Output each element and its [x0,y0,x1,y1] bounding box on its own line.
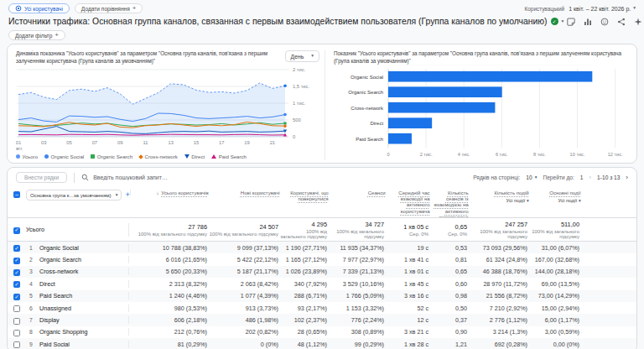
row-checkbox[interactable]: ✓ [13,269,20,276]
table-row: 7Display606 (2,18%)486 (1,98%)102 (2,37%… [8,314,636,326]
search-input[interactable] [93,174,244,180]
column-header[interactable]: Кількість сеансів із взаємодією на актив… [432,190,470,218]
metric-cell: 0,00 (0%) [529,341,581,348]
metric-cell: 3 214 (1,3%) [469,328,529,336]
metric-cell: 0,81 [430,256,469,263]
row-checkbox[interactable] [13,318,20,325]
column-header[interactable]: Основні подіїУсі події ▾ [531,190,583,204]
bar-chart-icon[interactable] [584,18,592,26]
legend-label: Direct [191,154,205,159]
row-checkbox[interactable] [13,341,20,348]
row-checkbox[interactable]: ✓ [13,245,20,252]
select-all-checkbox[interactable]: – [13,191,20,198]
metric-cell: 340 (7,92%) [280,280,329,288]
column-header[interactable]: ↓ Усього користувачів [130,190,210,195]
column-header[interactable]: Нові користувачі [210,190,282,195]
metric-cell: 913 (3,73%) [209,305,280,312]
add-comparison-chip[interactable]: Додати порівняння + [75,3,143,13]
audience-chip[interactable]: Усі користувачі [8,3,70,13]
row-checkbox-cell: ✓ [8,279,26,288]
row-checkbox[interactable] [13,305,20,312]
column-event-select[interactable]: Усі події ▾ [470,197,529,204]
column-header[interactable]: Кількість подійУсі події ▾ [470,190,531,204]
totals-value: 24 507 [209,223,278,231]
add-filter-chip[interactable]: Додати фільтр + [8,30,65,40]
date-range-area: Користувацький 1 квіт. – 22 квіт. 2026 р… [525,6,636,12]
charts-card: Динаміка показника "Усього користувачів"… [7,44,637,164]
feedback-icon[interactable] [600,18,609,26]
metric-cell: 2 313 (8,32%) [128,280,209,288]
metric-cell: 5 187 (21,17%) [209,268,280,275]
column-header-label: Сеанси [368,190,386,195]
column-header[interactable]: Користувачі, що повернулися [282,190,330,201]
metric-cell: 1 хв 28 с [386,341,430,348]
column-header-label: Нові користувачі [241,190,280,195]
column-header[interactable]: Середній час взаємодії на активного кори… [387,190,432,214]
metric-cell: 167,00 (32,68%) [529,256,581,263]
metric-cell: 5 650 (20,33%) [128,268,209,275]
row-checkbox[interactable]: ✓ [13,281,20,288]
legend-label: Paid Search [219,154,247,159]
row-checkbox[interactable]: ✓ [13,227,20,234]
page-title: Источники трафика: Основная группа канал… [8,17,548,26]
row-checkbox[interactable]: ✓ [13,258,20,264]
svg-text:500: 500 [293,117,301,122]
metric-cell: 202 (0,82%) [209,328,280,336]
notes-icon[interactable] [567,18,575,26]
table-header-row: – Основна група к...за умовчанням) ▾ + ↓… [8,187,636,218]
svg-text:4 тис.: 4 тис. [458,152,470,157]
table-row: ✓1Organic Social10 788 (38,83%)9 099 (37… [8,242,636,253]
page-range: 1-10 з 13 [597,174,620,180]
metric-cell: 1 153 (3,32%) [329,305,386,312]
next-page-icon[interactable]: › [626,174,628,181]
metric-cell: 3 хв 21 с [386,328,430,336]
previous-page-icon[interactable]: ‹ [589,174,591,181]
totals-cell: 4 295100% від загального підсумку [280,221,329,239]
svg-text:0: 0 [293,134,295,139]
svg-text:1 тис.: 1 тис. [293,101,306,106]
rows-per-page-select[interactable]: 10▾ [526,174,537,180]
column-event-select-value: Усі події [506,197,526,203]
audience-icon [15,5,22,12]
column-header-label: Усього користувачів [161,190,208,195]
share-icon[interactable] [617,18,626,26]
totals-cell: 247 257100% від загального підсумку [469,221,529,239]
column-header[interactable]: Сеанси [330,190,387,195]
legend-label: Cross-network [145,154,178,159]
insights-icon[interactable] [634,18,642,26]
metric-cell: 0,60 [430,280,469,288]
date-range-picker[interactable]: 1 квіт. – 22 квіт. 2026 р. ▾ [569,6,636,12]
goto-page-input[interactable]: 1 [580,174,584,180]
totals-value: 27 786 [129,223,207,231]
granularity-select[interactable]: День ▾ [285,50,319,62]
metric-cell: 486 (1,98%) [209,316,280,324]
chevron-down-icon[interactable]: ▾ [562,19,564,24]
row-selector-button[interactable]: Внести рядки [16,172,67,183]
metric-cell: 212 (0,76%) [128,328,209,336]
metric-cell: 1 077 (4,39%) [209,292,280,300]
dimension-select[interactable]: Основна група к...за умовчанням) ▾ [26,190,122,201]
row-checkbox[interactable] [13,330,20,336]
data-quality-check-icon[interactable]: ✓ [551,18,558,25]
chevron-down-icon: ▾ [535,175,538,180]
totals-cell: 34 727100% від загального підсумку [329,221,386,239]
metric-cell: 3 хв 16 с [386,292,430,300]
totals-label: Усього [26,226,128,233]
legend-marker-circle [44,154,49,159]
row-number: 8 [26,329,39,335]
channel-name: Cross-network [39,268,128,275]
metric-cell: 11 935 (34,37%) [329,244,386,252]
column-event-select[interactable]: Усі події ▾ [531,197,581,204]
svg-text:квіт.: квіт. [16,146,23,151]
channel-name: Display [39,316,128,324]
metric-cell: 0 (0%) [209,341,280,348]
table-toolbar: Внести рядки Рядків на сторінці: 10▾ Пер… [8,168,636,187]
row-number: 9 [26,341,39,347]
plus-icon: + [132,5,137,12]
row-checkbox-cell: ✓ [8,256,26,264]
metric-cell: 7 977 (22,97%) [329,256,386,263]
legend-item: Усього [16,154,38,159]
metric-cell: 15,00 (2,94%) [529,305,581,312]
totals-value: 0,65 [430,223,467,231]
row-checkbox[interactable]: ✓ [13,294,20,300]
